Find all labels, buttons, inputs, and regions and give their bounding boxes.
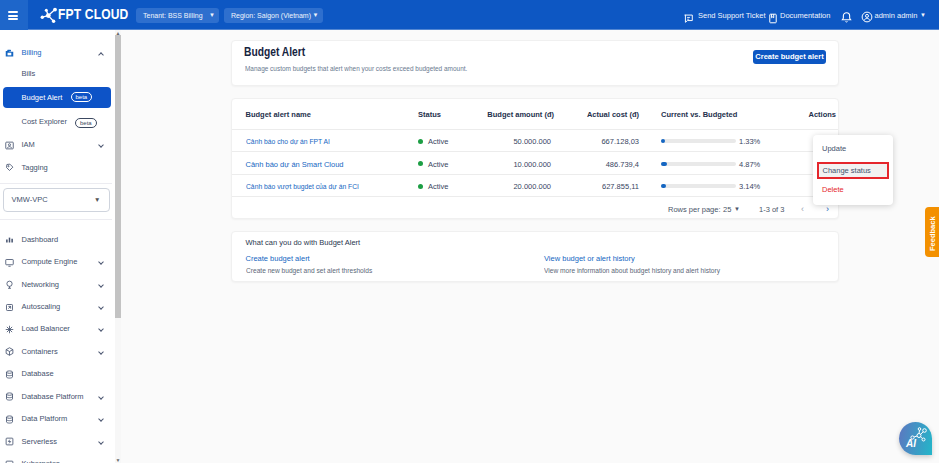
svg-text:AI: AI xyxy=(905,438,916,449)
